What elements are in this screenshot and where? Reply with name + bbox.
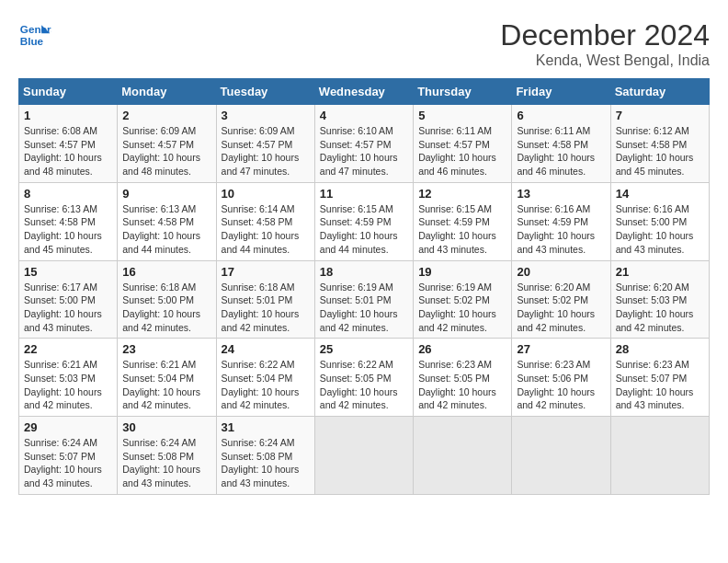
day-cell-13: 13Sunrise: 6:16 AMSunset: 4:59 PMDayligh… <box>512 182 610 260</box>
empty-cell <box>610 417 709 495</box>
day-detail-9: Sunrise: 6:13 AMSunset: 4:58 PMDaylight:… <box>122 202 210 257</box>
day-number-7: 7 <box>616 109 704 122</box>
day-cell-23: 23Sunrise: 6:21 AMSunset: 5:04 PMDayligh… <box>118 339 216 417</box>
day-detail-8: Sunrise: 6:13 AMSunset: 4:58 PMDaylight:… <box>24 202 112 257</box>
day-number-4: 4 <box>320 109 408 122</box>
day-detail-6: Sunrise: 6:11 AMSunset: 4:58 PMDaylight:… <box>517 124 605 178</box>
day-number-3: 3 <box>222 109 310 122</box>
day-detail-31: Sunrise: 6:24 AMSunset: 5:08 PMDaylight:… <box>222 436 310 490</box>
day-cell-31: 31Sunrise: 6:24 AMSunset: 5:08 PMDayligh… <box>216 417 314 495</box>
day-detail-14: Sunrise: 6:16 AMSunset: 5:00 PMDaylight:… <box>616 202 704 257</box>
day-number-27: 27 <box>517 342 605 356</box>
day-detail-17: Sunrise: 6:18 AMSunset: 5:01 PMDaylight:… <box>222 281 310 335</box>
day-cell-30: 30Sunrise: 6:24 AMSunset: 5:08 PMDayligh… <box>118 417 216 495</box>
day-cell-26: 26Sunrise: 6:23 AMSunset: 5:05 PMDayligh… <box>414 339 512 417</box>
weekday-header-wednesday: Wednesday <box>314 79 413 105</box>
weekday-header-row: SundayMondayTuesdayWednesdayThursdayFrid… <box>19 79 710 105</box>
empty-cell <box>512 417 610 495</box>
day-detail-12: Sunrise: 6:15 AMSunset: 4:59 PMDaylight:… <box>418 202 506 257</box>
day-number-11: 11 <box>320 187 408 201</box>
day-detail-1: Sunrise: 6:08 AMSunset: 4:57 PMDaylight:… <box>24 124 112 178</box>
day-cell-3: 3Sunrise: 6:09 AMSunset: 4:57 PMDaylight… <box>216 105 314 183</box>
day-cell-2: 2Sunrise: 6:09 AMSunset: 4:57 PMDaylight… <box>118 105 216 183</box>
day-cell-12: 12Sunrise: 6:15 AMSunset: 4:59 PMDayligh… <box>414 182 512 260</box>
day-number-17: 17 <box>222 265 310 279</box>
day-detail-4: Sunrise: 6:10 AMSunset: 4:57 PMDaylight:… <box>320 124 408 178</box>
empty-cell <box>414 417 512 495</box>
day-number-12: 12 <box>418 187 506 201</box>
day-cell-25: 25Sunrise: 6:22 AMSunset: 5:05 PMDayligh… <box>314 339 413 417</box>
day-cell-20: 20Sunrise: 6:20 AMSunset: 5:02 PMDayligh… <box>512 260 610 339</box>
day-cell-28: 28Sunrise: 6:23 AMSunset: 5:07 PMDayligh… <box>610 339 709 417</box>
day-cell-11: 11Sunrise: 6:15 AMSunset: 4:59 PMDayligh… <box>314 182 413 260</box>
day-cell-24: 24Sunrise: 6:22 AMSunset: 5:04 PMDayligh… <box>216 339 314 417</box>
weekday-header-sunday: Sunday <box>19 79 118 105</box>
day-cell-16: 16Sunrise: 6:18 AMSunset: 5:00 PMDayligh… <box>118 260 216 339</box>
weekday-header-thursday: Thursday <box>414 79 512 105</box>
day-number-9: 9 <box>122 187 210 201</box>
day-cell-8: 8Sunrise: 6:13 AMSunset: 4:58 PMDaylight… <box>19 182 118 260</box>
weekday-header-tuesday: Tuesday <box>216 79 314 105</box>
calendar-body: 1Sunrise: 6:08 AMSunset: 4:57 PMDaylight… <box>19 105 710 495</box>
calendar-table: SundayMondayTuesdayWednesdayThursdayFrid… <box>18 78 710 495</box>
logo: General Blue <box>18 18 51 52</box>
main-title: December 2024 <box>500 18 710 52</box>
svg-text:General: General <box>20 23 51 35</box>
day-cell-19: 19Sunrise: 6:19 AMSunset: 5:02 PMDayligh… <box>414 260 512 339</box>
day-cell-1: 1Sunrise: 6:08 AMSunset: 4:57 PMDaylight… <box>19 105 118 183</box>
day-detail-19: Sunrise: 6:19 AMSunset: 5:02 PMDaylight:… <box>418 281 506 335</box>
day-cell-21: 21Sunrise: 6:20 AMSunset: 5:03 PMDayligh… <box>610 260 709 339</box>
day-number-1: 1 <box>24 109 112 122</box>
subtitle: Kenda, West Bengal, India <box>500 52 710 69</box>
day-number-25: 25 <box>320 342 408 356</box>
svg-text:Blue: Blue <box>20 35 44 47</box>
day-number-14: 14 <box>616 187 704 201</box>
day-detail-5: Sunrise: 6:11 AMSunset: 4:57 PMDaylight:… <box>418 124 506 178</box>
weekday-header-monday: Monday <box>118 79 216 105</box>
weekday-header-saturday: Saturday <box>610 79 709 105</box>
day-number-6: 6 <box>517 109 605 122</box>
day-cell-5: 5Sunrise: 6:11 AMSunset: 4:57 PMDaylight… <box>414 105 512 183</box>
day-cell-15: 15Sunrise: 6:17 AMSunset: 5:00 PMDayligh… <box>19 260 118 339</box>
day-number-20: 20 <box>517 265 605 279</box>
day-number-15: 15 <box>24 265 112 279</box>
day-cell-14: 14Sunrise: 6:16 AMSunset: 5:00 PMDayligh… <box>610 182 709 260</box>
weekday-header-friday: Friday <box>512 79 610 105</box>
day-cell-6: 6Sunrise: 6:11 AMSunset: 4:58 PMDaylight… <box>512 105 610 183</box>
day-detail-10: Sunrise: 6:14 AMSunset: 4:58 PMDaylight:… <box>222 202 310 257</box>
day-detail-26: Sunrise: 6:23 AMSunset: 5:05 PMDaylight:… <box>418 358 506 412</box>
empty-cell <box>314 417 413 495</box>
day-number-21: 21 <box>616 265 704 279</box>
day-cell-22: 22Sunrise: 6:21 AMSunset: 5:03 PMDayligh… <box>19 339 118 417</box>
day-detail-23: Sunrise: 6:21 AMSunset: 5:04 PMDaylight:… <box>122 358 210 412</box>
day-detail-16: Sunrise: 6:18 AMSunset: 5:00 PMDaylight:… <box>122 281 210 335</box>
title-area: December 2024 Kenda, West Bengal, India <box>500 18 710 69</box>
day-number-16: 16 <box>122 265 210 279</box>
week-row-1: 1Sunrise: 6:08 AMSunset: 4:57 PMDaylight… <box>19 105 710 183</box>
week-row-4: 22Sunrise: 6:21 AMSunset: 5:03 PMDayligh… <box>19 339 710 417</box>
day-detail-3: Sunrise: 6:09 AMSunset: 4:57 PMDaylight:… <box>222 124 310 178</box>
day-number-28: 28 <box>616 342 704 356</box>
day-number-22: 22 <box>24 342 112 356</box>
day-detail-11: Sunrise: 6:15 AMSunset: 4:59 PMDaylight:… <box>320 202 408 257</box>
day-number-5: 5 <box>418 109 506 122</box>
day-number-26: 26 <box>418 342 506 356</box>
day-detail-21: Sunrise: 6:20 AMSunset: 5:03 PMDaylight:… <box>616 281 704 335</box>
day-number-13: 13 <box>517 187 605 201</box>
day-detail-2: Sunrise: 6:09 AMSunset: 4:57 PMDaylight:… <box>122 124 210 178</box>
day-cell-4: 4Sunrise: 6:10 AMSunset: 4:57 PMDaylight… <box>314 105 413 183</box>
day-detail-13: Sunrise: 6:16 AMSunset: 4:59 PMDaylight:… <box>517 202 605 257</box>
day-detail-7: Sunrise: 6:12 AMSunset: 4:58 PMDaylight:… <box>616 124 704 178</box>
header: General Blue December 2024 Kenda, West B… <box>18 18 710 69</box>
day-detail-18: Sunrise: 6:19 AMSunset: 5:01 PMDaylight:… <box>320 281 408 335</box>
day-detail-25: Sunrise: 6:22 AMSunset: 5:05 PMDaylight:… <box>320 358 408 412</box>
day-number-18: 18 <box>320 265 408 279</box>
day-number-19: 19 <box>418 265 506 279</box>
week-row-3: 15Sunrise: 6:17 AMSunset: 5:00 PMDayligh… <box>19 260 710 339</box>
day-detail-20: Sunrise: 6:20 AMSunset: 5:02 PMDaylight:… <box>517 281 605 335</box>
week-row-5: 29Sunrise: 6:24 AMSunset: 5:07 PMDayligh… <box>19 417 710 495</box>
day-detail-30: Sunrise: 6:24 AMSunset: 5:08 PMDaylight:… <box>122 436 210 490</box>
day-cell-17: 17Sunrise: 6:18 AMSunset: 5:01 PMDayligh… <box>216 260 314 339</box>
day-number-10: 10 <box>222 187 310 201</box>
day-number-8: 8 <box>24 187 112 201</box>
